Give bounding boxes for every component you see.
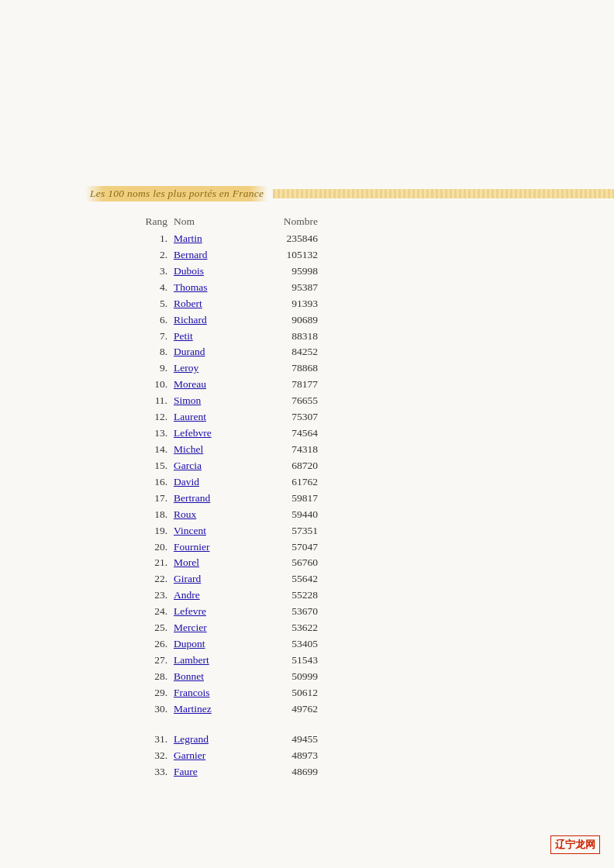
cell-nom[interactable]: Girard: [171, 571, 256, 587]
cell-nom[interactable]: Faure: [171, 764, 256, 780]
nom-link[interactable]: Faure: [174, 766, 198, 777]
cell-nombre: 84252: [256, 344, 318, 360]
cell-rang: 3.: [132, 264, 171, 280]
cell-nombre: 88318: [256, 329, 318, 345]
cell-nom[interactable]: Robert: [171, 296, 256, 312]
cell-nom[interactable]: Legrand: [171, 732, 256, 748]
cell-nom[interactable]: Lefebvre: [171, 425, 256, 442]
cell-nom[interactable]: Michel: [171, 442, 256, 458]
cell-nom[interactable]: Dubois: [171, 264, 256, 280]
cell-nom[interactable]: Vincent: [171, 523, 256, 539]
cell-rang: 24.: [132, 604, 171, 620]
nom-link[interactable]: Martin: [174, 232, 202, 244]
cell-nom[interactable]: Andre: [171, 587, 256, 604]
table-row: 25.Mercier53622: [132, 620, 614, 636]
cell-nom[interactable]: Lambert: [171, 653, 256, 669]
cell-nombre: 53622: [256, 620, 318, 636]
nom-link[interactable]: Garcia: [174, 460, 202, 471]
nom-link[interactable]: Moreau: [174, 378, 206, 390]
cell-nom[interactable]: Lefevre: [171, 604, 256, 620]
nom-link[interactable]: Vincent: [174, 525, 206, 536]
cell-nombre: 55228: [256, 587, 318, 604]
header-nombre: Nombre: [256, 215, 318, 228]
table-row: 2.Bernard105132: [132, 247, 614, 264]
cell-rang: 12.: [132, 409, 171, 425]
nom-link[interactable]: Leroy: [174, 362, 198, 374]
nom-link[interactable]: Mercier: [174, 622, 207, 633]
nom-link[interactable]: David: [174, 476, 199, 487]
cell-nom[interactable]: Durand: [171, 344, 256, 360]
nom-link[interactable]: Bernard: [174, 249, 207, 260]
nom-link[interactable]: Lefevre: [174, 605, 206, 617]
table-row: 27.Lambert51543: [132, 653, 614, 669]
cell-rang: 31.: [132, 732, 171, 748]
nom-link[interactable]: Martinez: [174, 703, 212, 715]
nom-link[interactable]: Dupont: [174, 638, 205, 649]
table-row: 9.Leroy78868: [132, 360, 614, 377]
nom-link[interactable]: Roux: [174, 508, 196, 520]
table-row: 16.David61762: [132, 474, 614, 491]
cell-nombre: 50999: [256, 669, 318, 685]
nom-link[interactable]: Dubois: [174, 265, 204, 277]
nom-link[interactable]: Durand: [174, 346, 205, 357]
cell-nom[interactable]: Laurent: [171, 409, 256, 425]
cell-nom[interactable]: Roux: [171, 507, 256, 523]
cell-rang: 25.: [132, 620, 171, 636]
cell-nom[interactable]: Petit: [171, 329, 256, 345]
nom-link[interactable]: Richard: [174, 314, 207, 326]
cell-nom[interactable]: Dupont: [171, 636, 256, 653]
nom-link[interactable]: Lefebvre: [174, 427, 212, 439]
cell-nom[interactable]: Bertrand: [171, 491, 256, 507]
cell-nom[interactable]: Garcia: [171, 458, 256, 474]
cell-rang: 26.: [132, 636, 171, 653]
table-body: 1.Martin2358462.Bernard1051323.Dubois959…: [132, 231, 614, 780]
nom-link[interactable]: Fournier: [174, 541, 210, 553]
table-row: 32.Garnier48973: [132, 748, 614, 764]
cell-rang: 32.: [132, 748, 171, 764]
cell-nombre: 95998: [256, 264, 318, 280]
nom-link[interactable]: Bertrand: [174, 492, 210, 504]
page-title: Les 100 noms les plus portés en France: [85, 186, 268, 202]
cell-nom[interactable]: Moreau: [171, 377, 256, 393]
cell-nom[interactable]: Francois: [171, 685, 256, 701]
nom-link[interactable]: Andre: [174, 589, 200, 601]
cell-nom[interactable]: Fournier: [171, 539, 256, 556]
nom-link[interactable]: Legrand: [174, 733, 209, 745]
nom-link[interactable]: Petit: [174, 330, 193, 342]
cell-nom[interactable]: Richard: [171, 312, 256, 329]
cell-nom[interactable]: Martinez: [171, 701, 256, 718]
nom-link[interactable]: Morel: [174, 556, 199, 568]
cell-nom[interactable]: Simon: [171, 393, 256, 409]
nom-link[interactable]: Garnier: [174, 749, 205, 761]
cell-rang: 4.: [132, 280, 171, 296]
table-row: 12.Laurent75307: [132, 409, 614, 425]
cell-nom[interactable]: Thomas: [171, 280, 256, 296]
cell-nom[interactable]: Bernard: [171, 247, 256, 264]
nom-link[interactable]: Francois: [174, 687, 210, 698]
nom-link[interactable]: Lambert: [174, 654, 209, 666]
table-row: 23.Andre55228: [132, 587, 614, 604]
nom-link[interactable]: Thomas: [174, 281, 208, 293]
nom-link[interactable]: Simon: [174, 394, 201, 406]
cell-rang: 21.: [132, 555, 171, 571]
table-row: 6.Richard90689: [132, 312, 614, 329]
cell-nom[interactable]: Morel: [171, 555, 256, 571]
nom-link[interactable]: Michel: [174, 443, 203, 455]
watermark: 辽宁龙网: [550, 835, 600, 854]
nom-link[interactable]: Robert: [174, 298, 202, 309]
cell-nom[interactable]: Martin: [171, 231, 256, 247]
cell-nombre: 105132: [256, 247, 318, 264]
cell-nom[interactable]: Bonnet: [171, 669, 256, 685]
nom-link[interactable]: Bonnet: [174, 670, 204, 682]
table-row: 19.Vincent57351: [132, 523, 614, 539]
cell-rang: 15.: [132, 458, 171, 474]
table-row: 3.Dubois95998: [132, 264, 614, 280]
nom-link[interactable]: Girard: [174, 573, 201, 584]
table-row: 31.Legrand49455: [132, 732, 614, 748]
cell-nom[interactable]: Leroy: [171, 360, 256, 377]
cell-nom[interactable]: David: [171, 474, 256, 491]
nom-link[interactable]: Laurent: [174, 411, 206, 422]
cell-nom[interactable]: Garnier: [171, 748, 256, 764]
cell-nom[interactable]: Mercier: [171, 620, 256, 636]
table-row: 7.Petit88318: [132, 329, 614, 345]
